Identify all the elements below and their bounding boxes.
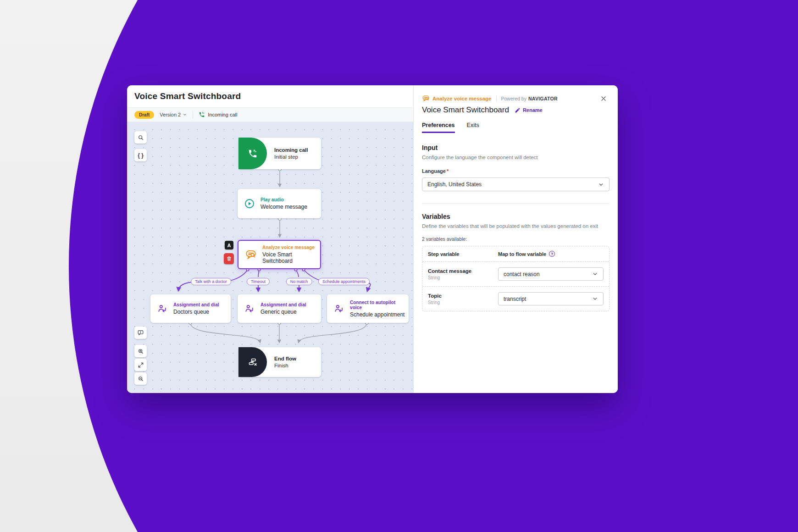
component-label: Analyze voice message: [432, 96, 492, 101]
node-schedule-appointment[interactable]: Connect to autopilot voice Schedule appo…: [327, 294, 409, 323]
zoom-in-button[interactable]: [134, 345, 147, 357]
incoming-call-icon: [199, 111, 205, 118]
assignment-dial-icon: [157, 303, 168, 314]
node-title: Incoming call: [274, 147, 308, 153]
section-divider: [422, 203, 610, 204]
chevron-down-icon: [183, 112, 187, 117]
version-label: Version 2: [160, 112, 181, 117]
component-row: Analyze voice message Powered by NAVIGAT…: [422, 94, 610, 102]
required-mark: *: [447, 168, 449, 174]
node-category: Connect to autopilot voice: [350, 300, 409, 310]
trash-icon: [226, 255, 232, 262]
rename-label: Rename: [523, 107, 543, 113]
tab-exits[interactable]: Exits: [467, 122, 479, 133]
column-map-to-flow-variable: Map to flow variable: [498, 251, 546, 257]
edge-label-no-match[interactable]: No match: [286, 278, 312, 285]
flow-pane: Voice Smart Switchboard Draft Version 2 …: [127, 85, 413, 393]
incoming-call-icon: [248, 149, 258, 159]
node-title: Welcome message: [260, 204, 307, 210]
node-doctors-queue[interactable]: Assignment and dial Doctors queue: [150, 294, 231, 323]
powered-by-brand: NAVIGATOR: [528, 96, 558, 101]
language-select[interactable]: English, United States: [422, 177, 610, 191]
annotation-tool-button[interactable]: [134, 327, 147, 339]
version-selector[interactable]: Version 2: [160, 112, 187, 117]
input-section-description: Configure the language the component wil…: [422, 155, 610, 160]
node-subtitle: Initial step: [274, 154, 308, 160]
chevron-down-icon: [598, 182, 604, 188]
panel-tabs: Preferences Exits: [422, 122, 610, 133]
flow-builder-window: Voice Smart Switchboard Draft Version 2 …: [127, 85, 618, 393]
topic-mapping-select[interactable]: transcript: [498, 292, 604, 305]
end-flow-cap: [238, 347, 267, 377]
node-generic-queue[interactable]: Assignment and dial Generic queue: [238, 294, 321, 323]
node-end-flow[interactable]: End flow Finish: [238, 347, 321, 377]
trigger-label: Incoming call: [208, 112, 237, 117]
variables-table-header: Step variable Map to flow variable ?: [422, 246, 609, 262]
toolbar-divider: [193, 111, 193, 118]
play-audio-icon: [244, 198, 255, 209]
node-incoming-call[interactable]: Incoming call Initial step: [238, 138, 321, 169]
node-category: Play audio: [260, 197, 307, 202]
node-category: Assignment and dial: [260, 302, 306, 307]
annotation-marker-button[interactable]: A: [225, 241, 233, 249]
flow-header: Voice Smart Switchboard: [127, 85, 413, 107]
flow-title: Voice Smart Switchboard: [134, 91, 241, 101]
search-tool-button[interactable]: [134, 131, 147, 144]
node-category: Analyze voice message: [262, 245, 320, 250]
node-analyze-voice-message[interactable]: Analyze voice message Voice Smart Switch…: [238, 240, 321, 269]
mapping-select-value: transcript: [504, 296, 526, 302]
variables-section-heading: Variables: [422, 213, 610, 220]
edge-label-schedule-appointments[interactable]: Schedule appointments: [318, 278, 370, 285]
node-title: Schedule appointment: [350, 311, 409, 318]
incoming-call-cap: [238, 138, 267, 169]
language-label-text: Language: [422, 168, 446, 174]
delete-node-button[interactable]: [224, 253, 234, 264]
trigger-chip[interactable]: Incoming call: [199, 111, 237, 118]
search-icon: [138, 134, 144, 141]
node-title: End flow: [274, 356, 296, 361]
variable-name: Topic: [428, 293, 498, 299]
variable-row-contact-message: Contact message String contact reason: [422, 262, 609, 287]
status-badge: Draft: [134, 111, 154, 119]
node-play-audio[interactable]: Play audio Welcome message: [238, 189, 321, 218]
column-step-variable: Step variable: [428, 251, 498, 257]
contact-message-mapping-select[interactable]: contact reason: [498, 267, 604, 281]
flow-canvas[interactable]: { } Incoming call Initial st: [127, 122, 413, 393]
variables-section-description: Define the variables that will be popula…: [422, 223, 610, 229]
zoom-out-button[interactable]: [134, 372, 147, 385]
divider: [496, 95, 497, 102]
node-subtitle: Finish: [274, 363, 296, 368]
variable-type: String: [428, 275, 498, 280]
variables-availability: 2 variables available:: [422, 236, 610, 242]
fit-screen-button[interactable]: [134, 359, 147, 371]
flow-toolbar: Draft Version 2 Incoming call: [127, 107, 413, 122]
comment-alert-icon: [137, 329, 144, 336]
tab-preferences[interactable]: Preferences: [422, 122, 455, 133]
edge-label-timeout[interactable]: Timeout: [247, 278, 270, 285]
language-field-label: Language*: [422, 168, 610, 174]
close-icon: [600, 95, 607, 102]
node-title: Voice Smart Switchboard: [262, 251, 320, 264]
edge-label-talk-with-a-doctor[interactable]: Talk with a doctor: [191, 278, 231, 285]
expand-icon: [138, 362, 144, 368]
chevron-down-icon: [592, 271, 598, 277]
variable-row-topic: Topic String transcript: [422, 287, 609, 311]
variables-table: Step variable Map to flow variable ? Con…: [422, 246, 610, 311]
help-icon[interactable]: ?: [549, 251, 555, 257]
analyze-voice-icon: [245, 249, 257, 260]
autopilot-voice-icon: [333, 303, 344, 314]
close-panel-button[interactable]: [599, 94, 608, 103]
chevron-down-icon: [592, 296, 598, 302]
variable-name: Contact message: [428, 268, 498, 274]
pencil-icon: [515, 107, 521, 113]
zoom-out-icon: [138, 376, 144, 382]
rename-button[interactable]: Rename: [515, 107, 543, 113]
end-flow-icon: [247, 357, 258, 368]
node-title: Generic queue: [260, 309, 306, 315]
powered-by-label: Powered by: [501, 96, 526, 101]
annotation-letter: A: [227, 243, 231, 248]
assignment-dial-icon: [244, 303, 255, 314]
mapping-select-value: contact reason: [504, 271, 540, 277]
variables-tool-button[interactable]: { }: [134, 149, 147, 161]
node-title: Doctors queue: [173, 309, 219, 315]
